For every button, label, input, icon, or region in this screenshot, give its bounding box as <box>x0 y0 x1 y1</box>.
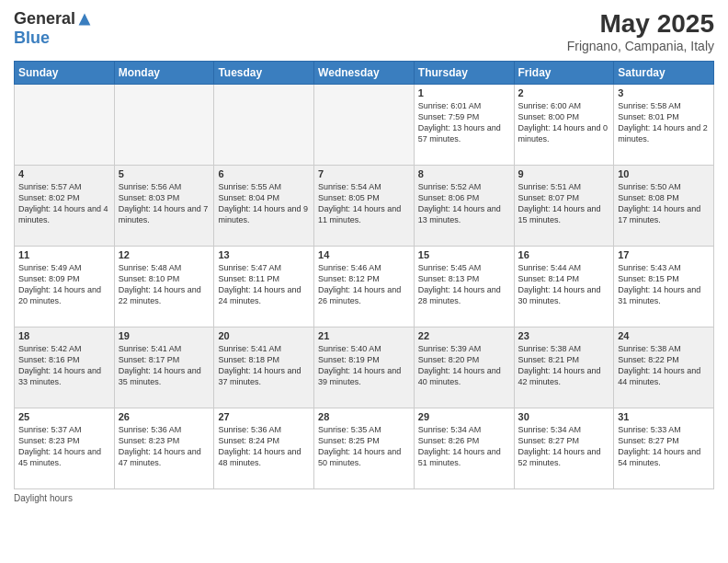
day-info: Sunrise: 5:41 AM Sunset: 8:17 PM Dayligh… <box>119 343 210 388</box>
day-info: Sunrise: 5:46 AM Sunset: 8:12 PM Dayligh… <box>318 262 410 307</box>
calendar-cell: 6Sunrise: 5:55 AM Sunset: 8:04 PM Daylig… <box>214 166 314 247</box>
day-number: 12 <box>119 249 210 260</box>
calendar-week-row: 1Sunrise: 6:01 AM Sunset: 7:59 PM Daylig… <box>15 85 714 166</box>
calendar-cell: 26Sunrise: 5:36 AM Sunset: 8:23 PM Dayli… <box>114 408 214 489</box>
calendar-cell: 15Sunrise: 5:45 AM Sunset: 8:13 PM Dayli… <box>414 247 514 327</box>
calendar-cell: 23Sunrise: 5:38 AM Sunset: 8:21 PM Dayli… <box>514 327 614 408</box>
calendar-cell: 3Sunrise: 5:58 AM Sunset: 8:01 PM Daylig… <box>614 85 714 166</box>
day-info: Sunrise: 5:47 AM Sunset: 8:11 PM Dayligh… <box>218 262 310 307</box>
calendar-cell: 24Sunrise: 5:38 AM Sunset: 8:22 PM Dayli… <box>614 327 714 408</box>
day-number: 7 <box>318 168 410 179</box>
day-info: Sunrise: 5:35 AM Sunset: 8:25 PM Dayligh… <box>318 424 410 469</box>
day-number: 11 <box>18 249 110 260</box>
logo-icon <box>77 12 92 27</box>
day-info: Sunrise: 5:36 AM Sunset: 8:23 PM Dayligh… <box>119 424 210 469</box>
day-number: 29 <box>418 411 510 422</box>
day-number: 28 <box>318 411 410 422</box>
title-block: May 2025 Frignano, Campania, Italy <box>567 9 714 53</box>
calendar-cell: 2Sunrise: 6:00 AM Sunset: 8:00 PM Daylig… <box>514 85 614 166</box>
calendar-header-row: Sunday Monday Tuesday Wednesday Thursday… <box>15 62 714 85</box>
day-info: Sunrise: 5:56 AM Sunset: 8:03 PM Dayligh… <box>119 181 210 226</box>
day-number: 5 <box>119 168 210 179</box>
day-info: Sunrise: 5:50 AM Sunset: 8:08 PM Dayligh… <box>618 181 710 226</box>
day-info: Sunrise: 5:49 AM Sunset: 8:09 PM Dayligh… <box>18 262 110 307</box>
month-title: May 2025 <box>567 9 714 39</box>
calendar-cell <box>114 85 214 166</box>
day-number: 3 <box>618 87 710 98</box>
day-number: 24 <box>618 330 710 341</box>
day-info: Sunrise: 5:43 AM Sunset: 8:15 PM Dayligh… <box>618 262 710 307</box>
day-info: Sunrise: 5:55 AM Sunset: 8:04 PM Dayligh… <box>218 181 310 226</box>
day-number: 30 <box>518 411 610 422</box>
day-info: Sunrise: 5:34 AM Sunset: 8:26 PM Dayligh… <box>418 424 510 469</box>
day-info: Sunrise: 5:41 AM Sunset: 8:18 PM Dayligh… <box>218 343 310 388</box>
calendar-cell: 5Sunrise: 5:56 AM Sunset: 8:03 PM Daylig… <box>114 166 214 247</box>
day-number: 21 <box>318 330 410 341</box>
calendar-cell: 29Sunrise: 5:34 AM Sunset: 8:26 PM Dayli… <box>414 408 514 489</box>
calendar-cell: 21Sunrise: 5:40 AM Sunset: 8:19 PM Dayli… <box>314 327 415 408</box>
calendar-cell: 19Sunrise: 5:41 AM Sunset: 8:17 PM Dayli… <box>114 327 214 408</box>
calendar-cell: 20Sunrise: 5:41 AM Sunset: 8:18 PM Dayli… <box>214 327 314 408</box>
calendar-cell: 17Sunrise: 5:43 AM Sunset: 8:15 PM Dayli… <box>614 247 714 327</box>
calendar-week-row: 25Sunrise: 5:37 AM Sunset: 8:23 PM Dayli… <box>15 408 714 489</box>
day-number: 6 <box>218 168 310 179</box>
calendar-cell: 28Sunrise: 5:35 AM Sunset: 8:25 PM Dayli… <box>314 408 415 489</box>
day-info: Sunrise: 5:34 AM Sunset: 8:27 PM Dayligh… <box>518 424 610 469</box>
day-number: 9 <box>518 168 610 179</box>
calendar-cell: 4Sunrise: 5:57 AM Sunset: 8:02 PM Daylig… <box>15 166 115 247</box>
day-info: Sunrise: 5:38 AM Sunset: 8:22 PM Dayligh… <box>618 343 710 388</box>
calendar-cell: 22Sunrise: 5:39 AM Sunset: 8:20 PM Dayli… <box>414 327 514 408</box>
location: Frignano, Campania, Italy <box>567 39 714 53</box>
day-number: 18 <box>18 330 110 341</box>
calendar-week-row: 11Sunrise: 5:49 AM Sunset: 8:09 PM Dayli… <box>15 247 714 327</box>
day-number: 25 <box>18 411 110 422</box>
calendar-cell: 7Sunrise: 5:54 AM Sunset: 8:05 PM Daylig… <box>314 166 415 247</box>
day-info: Sunrise: 5:37 AM Sunset: 8:23 PM Dayligh… <box>18 424 110 469</box>
day-info: Sunrise: 6:00 AM Sunset: 8:00 PM Dayligh… <box>518 100 610 145</box>
calendar-cell: 18Sunrise: 5:42 AM Sunset: 8:16 PM Dayli… <box>15 327 115 408</box>
day-number: 19 <box>119 330 210 341</box>
day-info: Sunrise: 5:58 AM Sunset: 8:01 PM Dayligh… <box>618 100 710 145</box>
col-wednesday: Wednesday <box>314 62 415 85</box>
col-thursday: Thursday <box>414 62 514 85</box>
calendar-cell: 30Sunrise: 5:34 AM Sunset: 8:27 PM Dayli… <box>514 408 614 489</box>
calendar-cell: 11Sunrise: 5:49 AM Sunset: 8:09 PM Dayli… <box>15 247 115 327</box>
day-number: 23 <box>518 330 610 341</box>
calendar-week-row: 4Sunrise: 5:57 AM Sunset: 8:02 PM Daylig… <box>15 166 714 247</box>
calendar-cell <box>15 85 115 166</box>
logo-blue-text: Blue <box>14 29 50 48</box>
calendar-cell: 14Sunrise: 5:46 AM Sunset: 8:12 PM Dayli… <box>314 247 415 327</box>
day-number: 4 <box>18 168 110 179</box>
day-number: 20 <box>218 330 310 341</box>
calendar-cell: 31Sunrise: 5:33 AM Sunset: 8:27 PM Dayli… <box>614 408 714 489</box>
day-number: 22 <box>418 330 510 341</box>
col-sunday: Sunday <box>15 62 115 85</box>
col-tuesday: Tuesday <box>214 62 314 85</box>
day-info: Sunrise: 5:54 AM Sunset: 8:05 PM Dayligh… <box>318 181 410 226</box>
day-info: Sunrise: 5:42 AM Sunset: 8:16 PM Dayligh… <box>18 343 110 388</box>
day-info: Sunrise: 5:44 AM Sunset: 8:14 PM Dayligh… <box>518 262 610 307</box>
day-number: 1 <box>418 87 510 98</box>
day-info: Sunrise: 5:38 AM Sunset: 8:21 PM Dayligh… <box>518 343 610 388</box>
calendar-cell <box>214 85 314 166</box>
day-number: 13 <box>218 249 310 260</box>
calendar-cell: 8Sunrise: 5:52 AM Sunset: 8:06 PM Daylig… <box>414 166 514 247</box>
col-friday: Friday <box>514 62 614 85</box>
day-number: 31 <box>618 411 710 422</box>
calendar-body: 1Sunrise: 6:01 AM Sunset: 7:59 PM Daylig… <box>15 85 714 489</box>
day-number: 26 <box>119 411 210 422</box>
day-info: Sunrise: 5:40 AM Sunset: 8:19 PM Dayligh… <box>318 343 410 388</box>
day-info: Sunrise: 5:51 AM Sunset: 8:07 PM Dayligh… <box>518 181 610 226</box>
calendar-cell: 9Sunrise: 5:51 AM Sunset: 8:07 PM Daylig… <box>514 166 614 247</box>
day-number: 15 <box>418 249 510 260</box>
logo-general-text: General <box>14 9 75 29</box>
svg-marker-0 <box>79 13 91 25</box>
calendar-table: Sunday Monday Tuesday Wednesday Thursday… <box>14 61 714 489</box>
header: General Blue May 2025 Frignano, Campania… <box>14 9 714 53</box>
calendar-cell: 12Sunrise: 5:48 AM Sunset: 8:10 PM Dayli… <box>114 247 214 327</box>
day-number: 17 <box>618 249 710 260</box>
day-info: Sunrise: 5:39 AM Sunset: 8:20 PM Dayligh… <box>418 343 510 388</box>
calendar-cell: 16Sunrise: 5:44 AM Sunset: 8:14 PM Dayli… <box>514 247 614 327</box>
day-info: Sunrise: 5:45 AM Sunset: 8:13 PM Dayligh… <box>418 262 510 307</box>
col-saturday: Saturday <box>614 62 714 85</box>
